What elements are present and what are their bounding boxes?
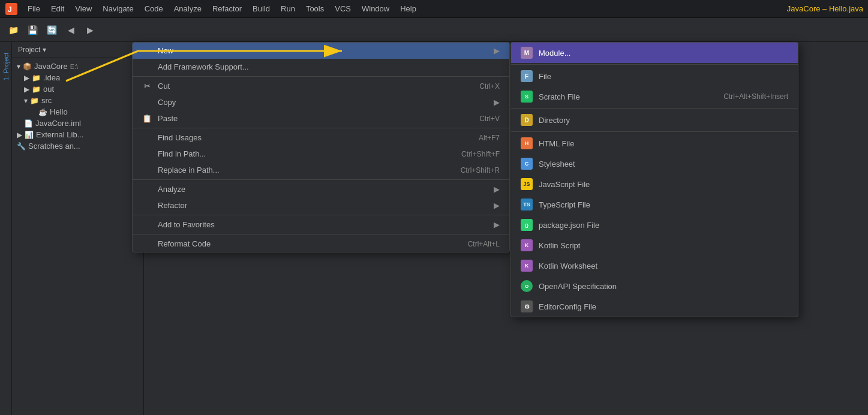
tree-item-external-lib[interactable]: ▶ 📊 External Lib... [12, 129, 143, 140]
submenu-item-directory[interactable]: D Directory [511, 110, 798, 130]
save-button[interactable]: 💾 [24, 22, 41, 38]
expand-icon: ▾ [24, 97, 28, 105]
folder-icon: 📁 [30, 97, 39, 105]
openapi-icon: O [521, 280, 533, 292]
submenu-item-label: OpenAPI Specification [539, 282, 617, 291]
submenu-arrow-icon: ▶ [494, 220, 500, 229]
menu-navigate[interactable]: Navigate [98, 2, 138, 15]
context-menu-item-paste[interactable]: 📋 Paste Ctrl+V [133, 110, 509, 127]
submenu-item-label: Stylesheet [539, 160, 575, 169]
submenu-item-label: package.json File [539, 221, 599, 230]
context-menu-label: Copy [158, 98, 176, 107]
submenu-arrow-icon: ▶ [494, 185, 500, 194]
open-folder-button[interactable]: 📁 [5, 22, 22, 38]
kotlin2-icon: K [521, 260, 533, 272]
context-menu-item-add-favorites[interactable]: Add to Favorites ▶ [133, 216, 509, 233]
menu-window[interactable]: Window [357, 2, 394, 15]
submenu-item-module[interactable]: M Module... [511, 43, 798, 63]
menu-edit[interactable]: Edit [46, 2, 69, 15]
submenu-item-label: HTML File [539, 139, 574, 148]
context-menu-label: Cut [158, 82, 170, 91]
shortcut-label: Ctrl+Shift+F [461, 150, 500, 158]
context-menu-label: New [158, 46, 173, 55]
project-dropdown[interactable]: Project ▾ [18, 46, 46, 54]
shortcut-label: Ctrl+Alt+L [468, 240, 500, 248]
submenu-item-label: Module... [539, 49, 570, 58]
separator [133, 179, 509, 180]
menu-view[interactable]: View [70, 2, 97, 15]
menu-build[interactable]: Build [248, 2, 275, 15]
context-menu-label: Paste [158, 114, 178, 123]
tree-item-src[interactable]: ▾ 📁 src [12, 95, 143, 106]
submenu-arrow-icon: ▶ [494, 201, 500, 210]
panel-label: 1: Project [0, 42, 12, 415]
svg-text:J: J [8, 5, 12, 14]
submenu-item-package-json[interactable]: {} package.json File [511, 215, 798, 235]
context-menu-item-replace-in-path[interactable]: Replace in Path... Ctrl+Shift+R [133, 162, 509, 178]
separator [133, 215, 509, 215]
submenu-item-file[interactable]: F File [511, 66, 798, 86]
iml-file-icon: 📄 [24, 119, 33, 128]
context-menu-item-copy[interactable]: Copy ▶ [133, 94, 509, 110]
tree-item-javacore[interactable]: ▾ 📦 JavaCore E:\ [12, 61, 143, 72]
tree-item-out[interactable]: ▶ 📁 out [12, 83, 143, 95]
editor-icon: ⚙ [521, 300, 533, 312]
submenu-new: M Module... F File S Scratch File Ctrl+A… [510, 42, 798, 317]
tree-item-hello[interactable]: ☕ Hello [12, 106, 143, 118]
tree-item-label: .idea [43, 73, 60, 82]
project-panel-label[interactable]: 1: Project [1, 48, 11, 85]
shortcut-label: Ctrl+Alt+Shift+Insert [723, 92, 788, 101]
shortcut-label: Ctrl+V [479, 115, 500, 123]
menu-file[interactable]: File [23, 2, 45, 15]
submenu-item-label: JavaScript File [539, 180, 590, 189]
menu-help[interactable]: Help [395, 2, 421, 15]
tree-item-scratches[interactable]: 🔧 Scratches an... [12, 140, 143, 152]
separator [133, 76, 509, 77]
context-menu-label: Refactor [158, 201, 187, 210]
submenu-item-kotlin-worksheet[interactable]: K Kotlin Worksheet [511, 255, 798, 276]
tree-item-label: src [41, 96, 52, 105]
tree-item-label: Scratches an... [28, 142, 80, 151]
kotlin-icon: K [521, 239, 533, 251]
forward-button[interactable]: ▶ [82, 22, 98, 38]
separator [133, 234, 509, 234]
back-button[interactable]: ◀ [62, 22, 79, 38]
tree-item-suffix: E:\ [70, 63, 78, 70]
menu-run[interactable]: Run [276, 2, 300, 15]
pkg-icon: {} [521, 219, 533, 231]
sync-button[interactable]: 🔄 [43, 22, 60, 38]
expand-icon: ▶ [24, 74, 29, 82]
submenu-item-html[interactable]: H HTML File [511, 133, 798, 154]
tree-item-javacore-iml[interactable]: 📄 JavaCore.iml [12, 118, 143, 129]
context-menu-item-find-in-path[interactable]: Find in Path... Ctrl+Shift+F [133, 146, 509, 162]
expand-icon: ▾ [17, 62, 20, 71]
context-menu-item-find-usages[interactable]: Find Usages Alt+F7 [133, 130, 509, 146]
menu-tools[interactable]: Tools [301, 2, 329, 15]
expand-icon: ▶ [24, 85, 29, 94]
shortcut-label: Ctrl+Shift+R [461, 166, 500, 175]
context-menu-label: Reformat Code [158, 239, 211, 248]
context-menu-item-refactor[interactable]: Refactor ▶ [133, 197, 509, 213]
submenu-item-javascript[interactable]: JS JavaScript File [511, 174, 798, 194]
submenu-item-openapi[interactable]: O OpenAPI Specification [511, 276, 798, 296]
context-menu-item-new[interactable]: New ▶ [133, 43, 509, 59]
menu-code[interactable]: Code [140, 2, 168, 15]
menu-refactor[interactable]: Refactor [208, 2, 247, 15]
submenu-item-scratch-file[interactable]: S Scratch File Ctrl+Alt+Shift+Insert [511, 86, 798, 107]
library-icon: 📊 [25, 131, 34, 139]
context-menu-item-add-framework[interactable]: Add Framework Support... [133, 59, 509, 75]
context-menu-label: Add Framework Support... [158, 62, 249, 71]
submenu-item-kotlin-script[interactable]: K Kotlin Script [511, 235, 798, 255]
menu-vcs[interactable]: VCS [330, 2, 356, 15]
context-menu-item-cut[interactable]: ✂ Cut Ctrl+X [133, 78, 509, 94]
directory-icon: D [521, 114, 533, 126]
submenu-item-stylesheet[interactable]: C Stylesheet [511, 154, 798, 174]
project-tree: Project ▾ ▾ 📦 JavaCore E:\ ▶ 📁 .idea ▶ 📁 [12, 42, 144, 415]
context-menu-item-reformat[interactable]: Reformat Code Ctrl+Alt+L [133, 236, 509, 252]
context-menu-item-analyze[interactable]: Analyze ▶ [133, 181, 509, 197]
menu-analyze[interactable]: Analyze [169, 2, 206, 15]
submenu-item-editorconfig[interactable]: ⚙ EditorConfig File [511, 296, 798, 317]
tree-item-idea[interactable]: ▶ 📁 .idea [12, 72, 143, 83]
submenu-item-typescript[interactable]: TS TypeScript File [511, 194, 798, 215]
java-file-icon: ☕ [38, 108, 47, 116]
